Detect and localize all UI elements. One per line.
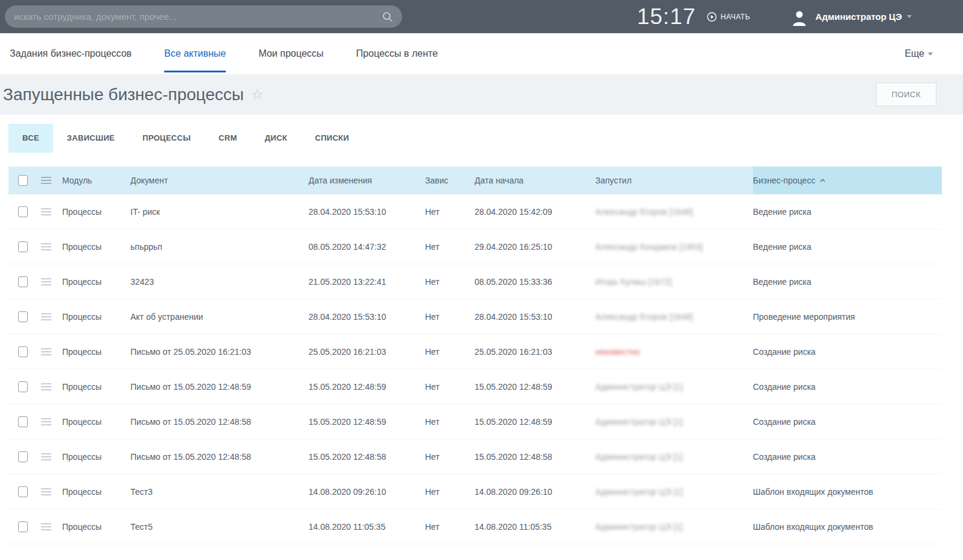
row-checkbox[interactable] bbox=[18, 416, 28, 427]
menu-icon[interactable] bbox=[41, 177, 51, 184]
row-checkbox[interactable] bbox=[18, 241, 28, 252]
cell-process: Создание риска bbox=[753, 347, 942, 357]
table-row[interactable]: Процессы ьпьррьп 08.05.2020 14:47:32 Нет… bbox=[8, 229, 942, 264]
clock: 15:17 bbox=[637, 4, 696, 30]
row-menu-icon[interactable] bbox=[41, 208, 51, 215]
row-menu-icon[interactable] bbox=[41, 348, 51, 355]
tab-all-active[interactable]: Все активные bbox=[164, 33, 226, 74]
row-checkbox[interactable] bbox=[18, 206, 28, 217]
cell-launcher-redacted: Александр Егоров [1648] bbox=[595, 207, 753, 217]
cell-started: 14.08.2020 09:26:10 bbox=[475, 487, 595, 497]
cell-hung: Нет bbox=[425, 452, 475, 462]
filter-hung[interactable]: ЗАВИСШИЕ bbox=[53, 124, 129, 153]
start-timer-button[interactable]: НАЧАТЬ bbox=[707, 12, 750, 22]
cell-document: Письмо от 15.05.2020 12:48:58 bbox=[130, 417, 309, 427]
row-menu-icon[interactable] bbox=[41, 453, 51, 460]
chevron-down-icon bbox=[928, 52, 933, 56]
row-menu-icon[interactable] bbox=[41, 418, 51, 425]
table-row[interactable]: Процессы Тест3 14.08.2020 09:26:10 Нет 1… bbox=[8, 474, 942, 509]
row-menu-icon[interactable] bbox=[41, 488, 51, 495]
more-menu[interactable]: Еще bbox=[904, 33, 933, 74]
cell-document: Акт об устранении bbox=[130, 312, 309, 322]
cell-module: Процессы bbox=[62, 312, 130, 322]
col-module[interactable]: Модуль bbox=[62, 176, 130, 185]
tab-bp-tasks[interactable]: Задания бизнес-процессов bbox=[10, 33, 132, 74]
cell-process: Ведение риска bbox=[753, 277, 942, 287]
col-modified[interactable]: Дата изменения bbox=[309, 176, 425, 185]
cell-started: 28.04.2020 15:42:09 bbox=[475, 207, 595, 217]
cell-started: 28.04.2020 15:53:10 bbox=[475, 312, 595, 322]
search-icon[interactable] bbox=[382, 11, 393, 22]
cell-hung: Нет bbox=[425, 207, 475, 217]
table-row[interactable]: Процессы Письмо от 25.05.2020 16:21:03 2… bbox=[8, 334, 942, 369]
col-process-sorted[interactable]: Бизнес-процесс bbox=[753, 167, 942, 194]
select-all-checkbox[interactable] bbox=[18, 175, 28, 186]
process-table: Модуль Документ Дата изменения Завис Дат… bbox=[8, 167, 942, 544]
cell-hung: Нет bbox=[425, 487, 475, 497]
cell-modified: 25.05.2020 16:21:03 bbox=[309, 347, 425, 357]
person-icon bbox=[791, 9, 808, 26]
nav-tabs: Задания бизнес-процессов Все активные Мо… bbox=[0, 33, 963, 74]
col-started[interactable]: Дата начала bbox=[475, 176, 595, 185]
row-menu-icon[interactable] bbox=[41, 383, 51, 390]
table-row[interactable]: Процессы Письмо от 15.05.2020 12:48:58 1… bbox=[8, 404, 942, 439]
row-checkbox[interactable] bbox=[18, 311, 28, 322]
cell-document: Тест3 bbox=[130, 487, 309, 497]
filter-disk[interactable]: ДИСК bbox=[251, 124, 301, 153]
cell-hung: Нет bbox=[425, 347, 475, 357]
row-menu-icon[interactable] bbox=[41, 313, 51, 320]
cell-modified: 15.05.2020 12:48:58 bbox=[309, 452, 425, 462]
cell-hung: Нет bbox=[425, 522, 475, 532]
top-bar: 15:17 НАЧАТЬ Администратор ЦЭ bbox=[0, 0, 963, 33]
start-label: НАЧАТЬ bbox=[721, 13, 750, 21]
filter-processes[interactable]: ПРОЦЕССЫ bbox=[129, 124, 205, 153]
row-menu-icon[interactable] bbox=[41, 278, 51, 285]
row-checkbox[interactable] bbox=[18, 521, 28, 532]
cell-hung: Нет bbox=[425, 277, 475, 287]
cell-process: Шаблон входящих документов bbox=[753, 487, 942, 497]
tab-my-processes[interactable]: Мои процессы bbox=[258, 33, 324, 74]
table-row[interactable]: Процессы Тест5 14.08.2020 11:05:35 Нет 1… bbox=[8, 509, 942, 544]
cell-module: Процессы bbox=[62, 207, 130, 217]
filter-lists[interactable]: СПИСКИ bbox=[301, 124, 363, 153]
col-launcher[interactable]: Запустил bbox=[595, 176, 753, 185]
cell-launcher-redacted: Администратор ЦЭ [1] bbox=[595, 382, 753, 392]
user-avatar[interactable] bbox=[790, 8, 808, 26]
cell-started: 29.04.2020 16:25:10 bbox=[475, 242, 595, 252]
title-bar: Запущенные бизнес-процессы ☆ ПОИСК bbox=[0, 74, 963, 115]
table-row[interactable]: Процессы Акт об устранении 28.04.2020 15… bbox=[8, 299, 942, 334]
col-document[interactable]: Документ bbox=[130, 176, 309, 185]
filter-crm[interactable]: CRM bbox=[205, 124, 251, 153]
cell-modified: 14.08.2020 11:05:35 bbox=[309, 522, 425, 532]
row-menu-icon[interactable] bbox=[41, 523, 51, 530]
row-checkbox[interactable] bbox=[18, 276, 28, 287]
col-hung[interactable]: Завис bbox=[425, 176, 475, 185]
row-checkbox[interactable] bbox=[18, 381, 28, 392]
filter-all[interactable]: ВСЕ bbox=[8, 124, 53, 153]
cell-started: 15.05.2020 12:48:58 bbox=[475, 452, 595, 462]
play-icon bbox=[707, 12, 717, 22]
table-row[interactable]: Процессы IT- риск 28.04.2020 15:53:10 Не… bbox=[8, 194, 942, 229]
table-row[interactable]: Процессы Письмо от 15.05.2020 12:48:58 1… bbox=[8, 439, 942, 474]
row-checkbox[interactable] bbox=[18, 346, 28, 357]
row-checkbox[interactable] bbox=[18, 486, 28, 497]
search-button[interactable]: ПОИСК bbox=[876, 83, 936, 106]
cell-process: Проведение мероприятия bbox=[753, 312, 942, 322]
cell-process: Ведение риска bbox=[753, 207, 942, 217]
user-menu[interactable]: Администратор ЦЭ bbox=[816, 11, 912, 22]
row-checkbox[interactable] bbox=[18, 451, 28, 462]
cell-launcher-redacted: неизвестно bbox=[595, 347, 753, 357]
global-search[interactable] bbox=[5, 5, 402, 28]
cell-module: Процессы bbox=[62, 382, 130, 392]
favorite-star-icon[interactable]: ☆ bbox=[251, 88, 264, 101]
search-input[interactable] bbox=[14, 11, 382, 22]
tab-processes-in-feed[interactable]: Процессы в ленте bbox=[356, 33, 438, 74]
row-menu-icon[interactable] bbox=[41, 243, 51, 250]
filter-tabs: ВСЕ ЗАВИСШИЕ ПРОЦЕССЫ CRM ДИСК СПИСКИ bbox=[0, 115, 963, 167]
cell-hung: Нет bbox=[425, 417, 475, 427]
table-row[interactable]: Процессы 32423 21.05.2020 13:22:41 Нет 0… bbox=[8, 264, 942, 299]
cell-document: 32423 bbox=[130, 277, 309, 287]
table-row[interactable]: Процессы Письмо от 15.05.2020 12:48:59 1… bbox=[8, 369, 942, 404]
header-menu-cell bbox=[41, 177, 62, 184]
cell-launcher-redacted: Администратор ЦЭ [1] bbox=[595, 522, 753, 532]
